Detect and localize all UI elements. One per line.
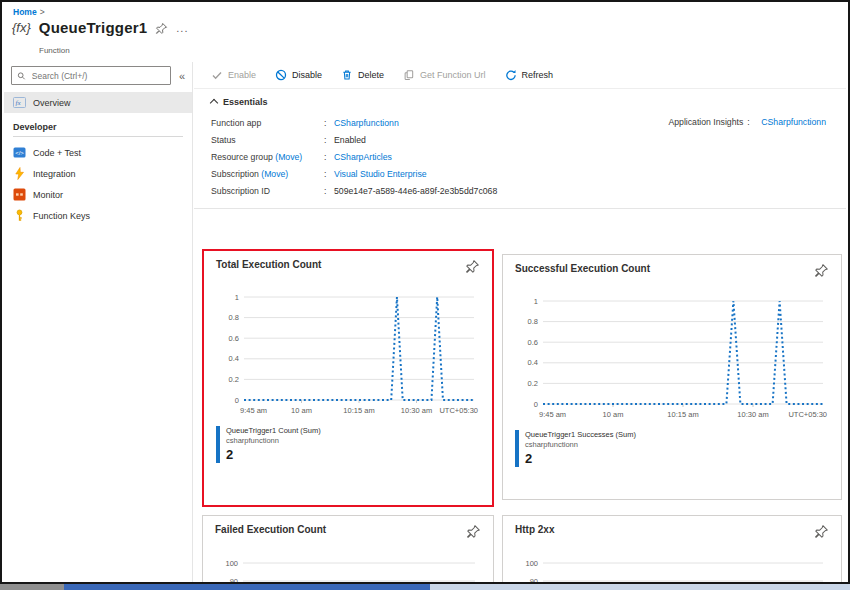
command-bar: EnableDisableDeleteGet Function UrlRefre… [194, 62, 846, 89]
breadcrumb-home-link[interactable]: Home [13, 7, 37, 17]
svg-text:10:15 am: 10:15 am [343, 406, 374, 415]
chart-legend[interactable]: QueueTrigger1 Successes (Sum)csharpfunct… [515, 430, 829, 467]
svg-text:0: 0 [534, 400, 538, 409]
essentials-header-label: Essentials [223, 97, 268, 107]
toolbar-button-label: Disable [292, 70, 322, 80]
sidebar-divider [13, 136, 183, 137]
sidebar: « fx Overview Developer </>Code + TestIn… [4, 62, 193, 582]
svg-text:10 am: 10 am [291, 406, 312, 415]
svg-text:0.2: 0.2 [528, 379, 538, 388]
breadcrumb: Home> [13, 7, 45, 17]
svg-text:0.8: 0.8 [528, 317, 538, 326]
search-box[interactable] [11, 66, 171, 85]
sidebar-item-label: Function Keys [33, 211, 90, 221]
sidebar-item-overview[interactable]: fx Overview [4, 92, 192, 113]
card-header: Http 2xx [515, 524, 829, 539]
collapse-sidebar-icon[interactable]: « [175, 70, 189, 82]
toolbar-button-label: Refresh [522, 70, 554, 80]
svg-text:100: 100 [525, 559, 538, 568]
card-header: Successful Execution Count [515, 263, 829, 278]
function-keys-icon [13, 209, 26, 222]
pin-icon[interactable] [465, 259, 480, 274]
enable-button: Enable [211, 69, 256, 81]
sidebar-item-monitor[interactable]: Monitor [4, 184, 192, 205]
pin-icon[interactable] [814, 263, 829, 278]
delete-button[interactable]: Delete [341, 69, 384, 81]
refresh-icon [505, 69, 517, 81]
copy-icon [403, 69, 415, 81]
field-label: Application Insights [668, 117, 743, 127]
application-insights-link[interactable]: CSharpfunctionn [761, 117, 826, 127]
disable-button[interactable]: Disable [275, 69, 322, 81]
move-link[interactable]: (Move) [261, 169, 288, 179]
colon-separator: : [324, 135, 334, 145]
chart-plot-area: 1009080 [215, 549, 481, 584]
page-title: QueueTrigger1 [39, 19, 147, 36]
field-label: Status [211, 135, 324, 145]
overview-fx-icon: fx [13, 96, 26, 109]
toolbar-button-label: Enable [228, 70, 256, 80]
svg-text:0.2: 0.2 [229, 375, 239, 384]
svg-text:0.4: 0.4 [528, 358, 538, 367]
get-function-url-button: Get Function Url [403, 69, 486, 81]
legend-metric: QueueTrigger1 Count (Sum) [226, 426, 321, 436]
colon-separator: : [324, 169, 334, 179]
monitor-icon [13, 188, 26, 201]
sidebar-item-label: Integration [33, 169, 76, 179]
chart-plot-area: 1009080 [515, 549, 829, 584]
refresh-button[interactable]: Refresh [505, 69, 554, 81]
svg-text:0.8: 0.8 [229, 313, 239, 322]
search-icon [17, 71, 26, 81]
field-label: Subscription (Move) [211, 169, 324, 179]
app-window: Home> {fx} QueueTrigger1 ... Function « … [0, 0, 850, 584]
svg-text:1: 1 [235, 293, 239, 302]
svg-text:0: 0 [235, 396, 239, 405]
card-title: Total Execution Count [216, 259, 321, 270]
field-value-link[interactable]: Visual Studio Enterprise [334, 169, 427, 179]
page-subtitle: Function [39, 46, 70, 55]
sidebar-item-function-keys[interactable]: Function Keys [4, 205, 192, 226]
taskbar-segment [64, 584, 430, 590]
pin-icon[interactable] [814, 524, 829, 539]
pin-icon[interactable] [466, 524, 481, 539]
card-title: Failed Execution Count [215, 524, 326, 535]
pin-icon[interactable] [155, 21, 168, 34]
field-value-link[interactable]: CSharpArticles [334, 152, 392, 162]
svg-text:UTC+05:30: UTC+05:30 [439, 406, 478, 415]
svg-text:90: 90 [230, 577, 238, 585]
colon-separator: : [324, 118, 334, 128]
sidebar-section-developer: Developer [4, 113, 192, 136]
sidebar-item-integration[interactable]: Integration [4, 163, 192, 184]
main-content: EnableDisableDeleteGet Function UrlRefre… [194, 62, 846, 582]
svg-text:100: 100 [225, 559, 238, 568]
essentials-row: Subscription (Move):Visual Studio Enterp… [211, 165, 829, 182]
field-label: Resource group (Move) [211, 152, 324, 162]
toolbar-button-label: Get Function Url [420, 70, 486, 80]
metric-card-failed-execution-count: Failed Execution Count1009080 [202, 515, 494, 584]
svg-text:10 am: 10 am [603, 410, 624, 419]
more-options-icon[interactable]: ... [176, 22, 188, 34]
chart-plot-area: 10.80.60.40.209:45 am10 am10:15 am10:30 … [515, 292, 829, 428]
legend-color-bar [515, 430, 519, 467]
svg-text:</>: </> [15, 150, 24, 156]
integration-icon [13, 167, 26, 180]
check-icon [211, 69, 223, 81]
chart-legend[interactable]: QueueTrigger1 Count (Sum)csharpfunctionn… [216, 426, 480, 463]
chart-plot-area: 10.80.60.40.209:45 am10 am10:15 am10:30 … [216, 288, 480, 424]
metrics-grid: Total Execution Count10.80.60.40.209:45 … [194, 209, 846, 584]
essentials-toggle[interactable]: Essentials [194, 89, 846, 111]
metric-card-total-execution-count: Total Execution Count10.80.60.40.209:45 … [204, 251, 492, 505]
essentials-row: Status:Enabled [211, 131, 829, 148]
sidebar-item-label: Monitor [33, 190, 63, 200]
delete-icon [341, 69, 353, 81]
move-link[interactable]: (Move) [275, 152, 302, 162]
svg-text:9:45 am: 9:45 am [539, 410, 566, 419]
code-test-icon: </> [13, 146, 26, 159]
search-input[interactable] [30, 70, 165, 82]
sidebar-search-row: « [11, 66, 189, 85]
metrics-row-2: Failed Execution Count1009080 Http 2xx10… [202, 515, 846, 584]
sidebar-item-code-test[interactable]: </>Code + Test [4, 142, 192, 163]
legend-resource: csharpfunctionn [226, 436, 321, 446]
card-header: Total Execution Count [216, 259, 480, 274]
field-value-link[interactable]: CSharpfunctionn [334, 118, 399, 128]
